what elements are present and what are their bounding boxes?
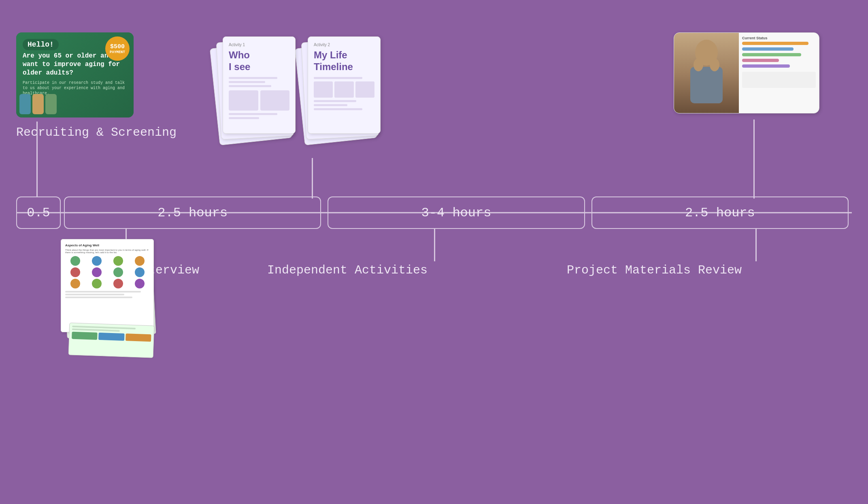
connector-recruit — [36, 122, 38, 196]
time-small-label: 0.5 — [27, 205, 50, 220]
time-box-medium-3: 2.5 hours — [591, 196, 849, 229]
connector-review — [753, 120, 755, 199]
review-person — [674, 33, 739, 113]
bottom-doc-container: Aspects of Aging Well Think about the th… — [57, 235, 170, 340]
booklet-2-lines — [314, 77, 374, 110]
doc-line-3 — [65, 297, 132, 298]
review-photo — [674, 33, 739, 113]
doc-main-title: Aspects of Aging Well — [65, 243, 149, 247]
recruit-payment: $500 PAYMENT — [105, 36, 130, 61]
time-medium2-label: 3-4 hours — [421, 205, 491, 220]
doc-icon-5 — [70, 267, 80, 277]
doc-third-cell-1 — [72, 332, 98, 340]
booklet-1-title: WhoI see — [229, 49, 289, 73]
bar-1 — [742, 42, 808, 45]
activities-label: Independent Activities — [267, 263, 428, 277]
doc-icon-1 — [70, 256, 80, 266]
figure-3 — [45, 94, 57, 114]
recruit-hello-label: Hello! — [23, 39, 59, 50]
time-medium1-label: 2.5 hours — [157, 205, 228, 220]
bar-5 — [742, 64, 790, 68]
booklet-1-lines — [229, 77, 289, 119]
review-table — [742, 72, 816, 88]
payment-amount: $500 — [110, 43, 125, 50]
bar-3 — [742, 53, 801, 56]
review-data: Current Status — [739, 33, 819, 113]
doc-third-cell-2 — [98, 333, 124, 341]
booklet-2: Activity 2 My LifeTimeline — [308, 36, 381, 134]
doc-icon-4 — [135, 256, 145, 266]
doc-icon-6 — [92, 267, 102, 277]
doc-icon-2 — [92, 256, 102, 266]
doc-main-desc: Think about the things that are most imp… — [65, 249, 149, 254]
doc-third-grid — [72, 332, 151, 342]
screening-label: Recruiting & Screening — [16, 126, 177, 139]
connector-materials — [755, 229, 757, 261]
booklet-1: Activity 1 WhoI see — [223, 36, 296, 134]
doc-icon-11 — [113, 279, 123, 288]
bar-2 — [742, 47, 794, 51]
doc-line-2 — [65, 294, 124, 295]
person-silhouette — [682, 36, 731, 109]
figure-1 — [19, 94, 31, 114]
review-data-title: Current Status — [742, 36, 816, 40]
time-box-medium-2: 3-4 hours — [328, 196, 585, 229]
doc-icon-7 — [113, 267, 123, 277]
svg-point-2 — [694, 58, 703, 71]
svg-point-3 — [710, 58, 719, 71]
time-medium3-label: 2.5 hours — [685, 205, 755, 220]
time-box-medium-1: 2.5 hours — [64, 196, 321, 229]
doc-line-1 — [65, 291, 141, 293]
doc-icon-9 — [70, 279, 80, 288]
doc-lines — [65, 291, 149, 298]
doc-third-line-2 — [72, 329, 120, 332]
doc-third-cell-3 — [126, 333, 151, 342]
timeline-row: 0.5 2.5 hours 3-4 hours 2.5 hours — [16, 194, 852, 231]
doc-icon-8 — [135, 267, 145, 277]
booklets-container: Activity 1 WhoI see Activity 2 My LifeTi… — [211, 32, 413, 162]
figure-2 — [32, 94, 44, 114]
doc-third — [68, 322, 155, 358]
booklet-2-title: My LifeTimeline — [314, 49, 374, 73]
bar-4 — [742, 59, 779, 62]
svg-rect-1 — [690, 67, 723, 103]
recruit-card: Hello! Are you 65 or older and want to i… — [16, 32, 134, 117]
payment-label: PAYMENT — [110, 50, 125, 54]
doc-icon-3 — [113, 256, 123, 266]
booklet-2-label: Activity 2 — [314, 43, 374, 47]
connector-activities — [434, 229, 435, 261]
connector-booklets — [312, 158, 313, 199]
doc-icon-12 — [135, 279, 145, 288]
doc-main: Aspects of Aging Well Think about the th… — [61, 239, 154, 332]
booklet-1-label: Activity 1 — [229, 43, 289, 47]
page-container: Hello! Are you 65 or older and want to i… — [0, 0, 868, 504]
recruit-figures — [19, 94, 57, 114]
review-card: Current Status — [674, 32, 819, 113]
time-box-small: 0.5 — [16, 196, 61, 229]
doc-icon-10 — [92, 279, 102, 288]
doc-grid — [65, 256, 149, 288]
materials-label: Project Materials Review — [567, 263, 742, 277]
